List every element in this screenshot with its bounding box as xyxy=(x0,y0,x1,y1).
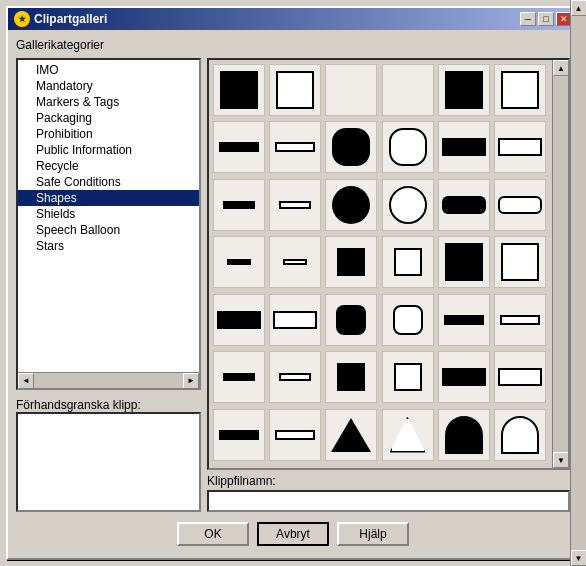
clipart-item[interactable] xyxy=(325,121,377,173)
grid-scroll-down-button[interactable]: ▼ xyxy=(553,452,569,468)
titlebar-buttons: ─ □ ✕ xyxy=(520,12,572,26)
filename-input[interactable] xyxy=(207,490,570,512)
clipart-item[interactable] xyxy=(269,236,321,288)
list-item[interactable]: IMO xyxy=(18,62,199,78)
categories-listbox: IMO Mandatory Markers & Tags Packaging P… xyxy=(16,58,201,390)
scroll-right-button[interactable]: ► xyxy=(183,373,199,389)
clipart-item[interactable] xyxy=(438,236,490,288)
app-icon: ★ xyxy=(14,11,30,27)
clipart-item[interactable] xyxy=(325,351,377,403)
listbox-items: IMO Mandatory Markers & Tags Packaging P… xyxy=(18,60,199,256)
clipart-item[interactable] xyxy=(382,409,434,461)
clipart-item[interactable] xyxy=(438,409,490,461)
clipart-item[interactable] xyxy=(494,409,546,461)
grid-scroll-up-button[interactable]: ▲ xyxy=(553,60,569,76)
filename-section: Klippfilnamn: xyxy=(207,474,570,512)
clipart-item[interactable] xyxy=(269,64,321,116)
list-item-shapes[interactable]: Shapes xyxy=(18,190,199,206)
preview-label: Förhandsgranska klipp: xyxy=(16,398,141,412)
list-item[interactable]: Recycle xyxy=(18,158,199,174)
bottom-buttons: OK Avbryt Hjälp xyxy=(16,516,570,550)
clipart-item[interactable] xyxy=(494,64,546,116)
clipart-item[interactable] xyxy=(269,179,321,231)
clipart-item[interactable] xyxy=(325,294,377,346)
clipart-item[interactable] xyxy=(382,294,434,346)
content-area: Gallerikategorier IMO Mandatory Markers … xyxy=(8,30,578,558)
list-item[interactable]: Markers & Tags xyxy=(18,94,199,110)
list-item-public-information[interactable]: Public Information xyxy=(18,142,199,158)
filename-label: Klippfilnamn: xyxy=(207,474,570,488)
clipart-item[interactable] xyxy=(382,64,434,116)
main-area: IMO Mandatory Markers & Tags Packaging P… xyxy=(16,58,570,512)
list-item-safe-conditions[interactable]: Safe Conditions xyxy=(18,174,199,190)
clipart-item[interactable] xyxy=(213,409,265,461)
list-item[interactable]: Stars xyxy=(18,238,199,254)
horizontal-scrollbar: ◄ ► xyxy=(18,372,199,388)
right-panel: ▲ ▼ Klippfilnamn: xyxy=(207,58,570,512)
list-item[interactable]: Shields xyxy=(18,206,199,222)
clipart-item[interactable] xyxy=(382,351,434,403)
list-item-prohibition[interactable]: Prohibition xyxy=(18,126,199,142)
help-button[interactable]: Hjälp xyxy=(337,522,409,546)
clipart-item[interactable] xyxy=(213,294,265,346)
scroll-left-button[interactable]: ◄ xyxy=(18,373,34,389)
clipart-item[interactable] xyxy=(213,179,265,231)
listbox-with-scroll: IMO Mandatory Markers & Tags Packaging P… xyxy=(18,60,199,372)
grid-vertical-scrollbar: ▲ ▼ xyxy=(552,60,568,468)
preview-section: Förhandsgranska klipp: xyxy=(16,398,201,512)
clipart-item[interactable] xyxy=(213,121,265,173)
clipart-item[interactable] xyxy=(325,179,377,231)
clipart-item[interactable] xyxy=(438,121,490,173)
clipart-item[interactable] xyxy=(494,236,546,288)
clipart-item[interactable] xyxy=(494,121,546,173)
clipart-item[interactable] xyxy=(325,64,377,116)
clipart-item[interactable] xyxy=(494,351,546,403)
clipart-item[interactable] xyxy=(213,236,265,288)
clipart-item[interactable] xyxy=(325,236,377,288)
clipart-grid-container: ▲ ▼ xyxy=(207,58,570,470)
clipart-item[interactable] xyxy=(269,294,321,346)
clipart-item[interactable] xyxy=(438,351,490,403)
clipart-item[interactable] xyxy=(438,179,490,231)
clipart-item[interactable] xyxy=(269,351,321,403)
hscroll-track[interactable] xyxy=(34,373,183,389)
clipart-item[interactable] xyxy=(382,179,434,231)
clipart-item[interactable] xyxy=(494,179,546,231)
clipart-grid xyxy=(209,60,552,468)
clipart-item[interactable] xyxy=(213,351,265,403)
cancel-button[interactable]: Avbryt xyxy=(257,522,329,546)
list-item[interactable]: Packaging xyxy=(18,110,199,126)
minimize-button[interactable]: ─ xyxy=(520,12,536,26)
clipart-item[interactable] xyxy=(438,64,490,116)
titlebar: ★ Clipartgalleri ─ □ ✕ xyxy=(8,8,578,30)
window-title: Clipartgalleri xyxy=(34,12,107,26)
left-panel: IMO Mandatory Markers & Tags Packaging P… xyxy=(16,58,201,512)
clipart-item[interactable] xyxy=(269,409,321,461)
categories-label: Gallerikategorier xyxy=(16,38,570,52)
clipart-item[interactable] xyxy=(269,121,321,173)
titlebar-left: ★ Clipartgalleri xyxy=(14,11,107,27)
clipart-item[interactable] xyxy=(382,121,434,173)
ok-button[interactable]: OK xyxy=(177,522,249,546)
listbox-items-wrapper: IMO Mandatory Markers & Tags Packaging P… xyxy=(18,60,199,372)
clipart-item[interactable] xyxy=(325,409,377,461)
clipart-item[interactable] xyxy=(382,236,434,288)
grid-scroll-track[interactable] xyxy=(553,76,569,452)
list-item[interactable]: Mandatory xyxy=(18,78,199,94)
clipart-item[interactable] xyxy=(494,294,546,346)
clipart-item[interactable] xyxy=(213,64,265,116)
main-window: ★ Clipartgalleri ─ □ ✕ Gallerikategorier… xyxy=(6,6,580,560)
preview-box xyxy=(16,412,201,512)
clipart-item[interactable] xyxy=(438,294,490,346)
list-item[interactable]: Speech Balloon xyxy=(18,222,199,238)
maximize-button[interactable]: □ xyxy=(538,12,554,26)
